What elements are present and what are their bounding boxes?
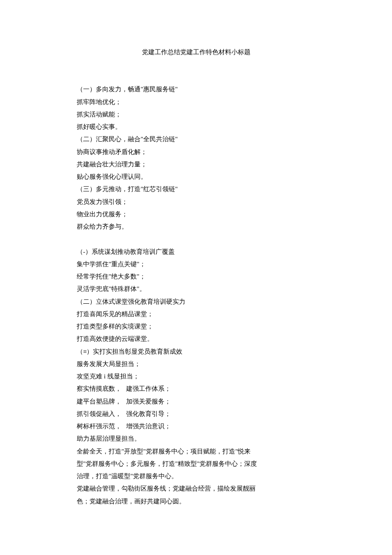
line: 群众给力齐参与。 bbox=[64, 221, 328, 233]
line: 经常学托住"绝大多数"； bbox=[64, 270, 328, 283]
line: 物业出力优服务； bbox=[64, 208, 328, 221]
line: 灵活学兜底"特殊群体"。 bbox=[64, 283, 328, 295]
line: 打造高效便捷的云端课堂。 bbox=[64, 333, 328, 345]
heading-1-2: （二）汇聚民心，融合"全民共治链" bbox=[64, 133, 328, 145]
line: 打造类型多样的实境课堂； bbox=[64, 320, 328, 333]
line: 共建融合壮大治理力量； bbox=[64, 158, 328, 171]
paragraph-line: 型"党群服务中心；多元服务，打造"精致型"党群服务中心；深度 bbox=[64, 458, 328, 470]
heading-1-1: （一）多向发力，畅通"惠民服务链" bbox=[64, 83, 328, 96]
line: 抓实活动赋能； bbox=[64, 108, 328, 121]
line: 树标杆强示范， 增强共治意识； bbox=[64, 420, 328, 433]
section-block-2: （-）系统谋划推动教育培训广覆盖 集中学抓住"重点关键"； 经常学托住"绝大多数… bbox=[64, 246, 328, 383]
paragraph-line: 党建融合管理，勾勒街区服务线；党建融合经营，描绘发展靓丽 bbox=[64, 482, 328, 495]
heading-2-2: （二）立体式课堂强化教育培训硬实力 bbox=[64, 296, 328, 308]
section-block-1: （一）多向发力，畅通"惠民服务链" 抓牢阵地优化； 抓实活动赋能； 抓好暖心实事… bbox=[64, 83, 328, 233]
line: 建平台塑品牌， 加强关爱服务； bbox=[64, 395, 328, 408]
line: 抓牢阵地优化； bbox=[64, 96, 328, 108]
heading-1-3: （三）多元推动，打造"红芯引领链" bbox=[64, 183, 328, 195]
line: 攻坚克难 i 线显担当； bbox=[64, 370, 328, 383]
section-block-3: 察实情摸底数， 建强工作体系； 建平台塑品牌， 加强关爱服务； 抓引领促融入， … bbox=[64, 383, 328, 508]
document-page: 党建工作总结党建工作特色材料小标题 （一）多向发力，畅通"惠民服务链" 抓牢阵地… bbox=[0, 0, 392, 555]
line: 贴心服务强化心理认同。 bbox=[64, 171, 328, 183]
line: 服务发展大局显担当； bbox=[64, 358, 328, 370]
paragraph-line: 治理，打造"温暖型"党群服务中心。 bbox=[64, 470, 328, 482]
line: 集中学抓住"重点关键"； bbox=[64, 258, 328, 270]
line: 抓好暖心实事。 bbox=[64, 121, 328, 133]
line: 抓引领促融入， 强化教育引导； bbox=[64, 408, 328, 420]
line: 打造喜闻乐见的精品课堂； bbox=[64, 308, 328, 320]
line: 助力基层治理显担当。 bbox=[64, 433, 328, 445]
document-title: 党建工作总结党建工作特色材料小标题 bbox=[64, 46, 328, 58]
blank-line bbox=[64, 233, 328, 245]
line: 察实情摸底数， 建强工作体系； bbox=[64, 383, 328, 395]
line: 协商议事推动矛盾化解； bbox=[64, 146, 328, 158]
paragraph-line: 色；党建融合治理，画好共建同心圆。 bbox=[64, 495, 328, 508]
paragraph-line: 全龄全天，打造"开放型"党群服务中心；项目赋能，打造"悦来 bbox=[64, 445, 328, 458]
heading-2-3: （≡）实打实担当彰显党员教育新成效 bbox=[64, 346, 328, 358]
heading-2-1: （-）系统谋划推动教育培训广覆盖 bbox=[64, 246, 328, 258]
line: 党员发力强引领； bbox=[64, 196, 328, 208]
